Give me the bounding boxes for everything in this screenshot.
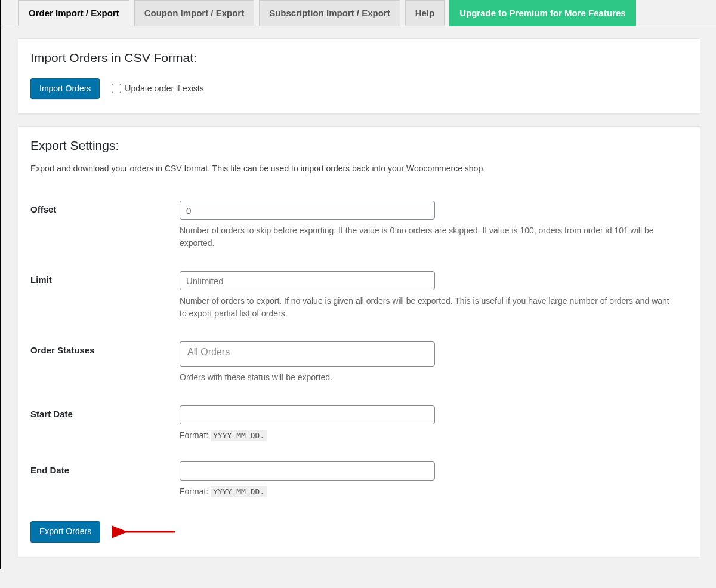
update-order-checkbox[interactable]: [112, 84, 121, 93]
arrow-annotation-icon: [112, 523, 178, 541]
end-date-format: Format: YYYY-MM-DD.: [180, 487, 688, 496]
end-date-row: End Date Format: YYYY-MM-DD.: [30, 451, 688, 507]
order-statuses-select[interactable]: All Orders: [180, 341, 435, 367]
limit-input[interactable]: [180, 271, 435, 290]
offset-description: Number of orders to skip before exportin…: [180, 224, 675, 250]
limit-row: Limit Number of orders to export. If no …: [30, 260, 688, 331]
end-date-format-prefix: Format:: [180, 487, 208, 496]
tab-order-import-export[interactable]: Order Import / Export: [18, 0, 129, 26]
start-date-format-code: YYYY-MM-DD.: [211, 430, 267, 441]
export-title: Export Settings:: [30, 138, 688, 153]
tab-help[interactable]: Help: [405, 0, 445, 26]
start-date-format-prefix: Format:: [180, 430, 208, 440]
limit-description: Number of orders to export. If no value …: [180, 295, 675, 320]
tabs: Order Import / Export Coupon Import / Ex…: [1, 0, 716, 26]
start-date-input[interactable]: [180, 405, 435, 424]
limit-label: Limit: [30, 260, 180, 331]
tab-upgrade-premium[interactable]: Upgrade to Premium for More Features: [449, 0, 635, 26]
import-panel: Import Orders in CSV Format: Import Orde…: [18, 38, 700, 115]
page-container: Order Import / Export Coupon Import / Ex…: [0, 0, 716, 569]
order-statuses-description: Orders with these status will be exporte…: [180, 371, 675, 384]
tab-subscription-import-export[interactable]: Subscription Import / Export: [259, 0, 400, 26]
update-order-checkbox-text: Update order if exists: [125, 84, 203, 93]
order-statuses-label: Order Statuses: [30, 331, 180, 395]
start-date-label: Start Date: [30, 395, 180, 451]
export-orders-button[interactable]: Export Orders: [30, 521, 100, 543]
offset-input[interactable]: [180, 201, 435, 220]
offset-row: Offset Number of orders to skip before e…: [30, 190, 688, 260]
end-date-input[interactable]: [180, 461, 435, 481]
export-panel: Export Settings: Export and download you…: [18, 126, 700, 558]
import-orders-button[interactable]: Import Orders: [30, 78, 100, 100]
end-date-label: End Date: [30, 451, 180, 507]
import-title: Import Orders in CSV Format:: [30, 51, 688, 65]
tab-coupon-import-export[interactable]: Coupon Import / Export: [134, 0, 254, 26]
order-statuses-row: Order Statuses All Orders Orders with th…: [30, 331, 688, 395]
end-date-format-code: YYYY-MM-DD.: [211, 486, 267, 497]
start-date-format: Format: YYYY-MM-DD.: [180, 430, 688, 440]
export-settings-table: Offset Number of orders to skip before e…: [30, 190, 688, 507]
start-date-row: Start Date Format: YYYY-MM-DD.: [30, 395, 688, 451]
export-description: Export and download your orders in CSV f…: [30, 164, 688, 173]
update-order-checkbox-label[interactable]: Update order if exists: [112, 84, 203, 93]
offset-label: Offset: [30, 190, 180, 260]
